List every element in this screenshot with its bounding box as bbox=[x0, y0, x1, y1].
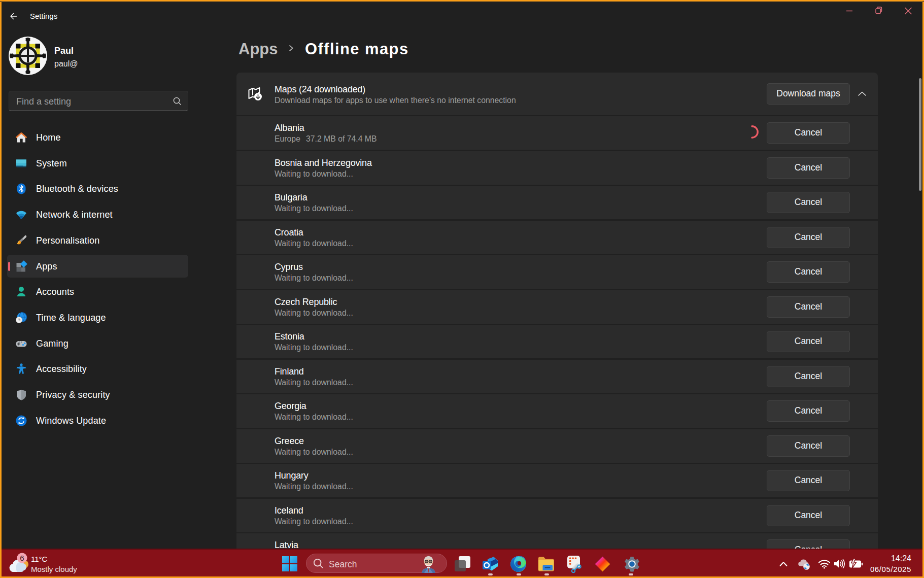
svg-text:6: 6 bbox=[20, 554, 24, 562]
